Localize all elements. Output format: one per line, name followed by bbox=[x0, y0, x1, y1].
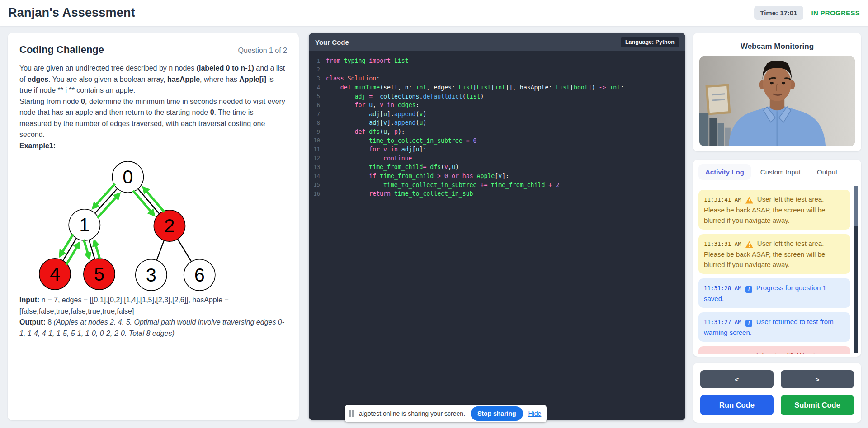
code-editor-panel: Your Code Language: Python 1from typing … bbox=[309, 33, 685, 420]
code-line: 11 for v in adj[u]: bbox=[313, 145, 685, 154]
code-editor[interactable]: 1from typing import List23class Solution… bbox=[309, 51, 685, 198]
code-line: 8 adj[v].append(u) bbox=[313, 118, 685, 127]
info-icon: i bbox=[745, 320, 752, 327]
code-line: 2 bbox=[313, 66, 685, 75]
timer-badge: Time: 17:01 bbox=[754, 6, 803, 20]
example-label: Example1: bbox=[19, 141, 287, 152]
scrollbar[interactable] bbox=[854, 186, 858, 353]
editor-header: Your Code Language: Python bbox=[309, 33, 685, 51]
log-entry-info: 11:31:28 AMiProgress for question 1 save… bbox=[698, 278, 850, 308]
log-entry-alert: 11:31:10 AM!Infraction #2. Warning scree… bbox=[698, 346, 850, 354]
scrollbar-thumb[interactable] bbox=[854, 186, 858, 226]
hide-share-bar-link[interactable]: Hide bbox=[528, 410, 542, 417]
tab-output[interactable]: Output bbox=[810, 164, 844, 180]
code-line: 13 time_from_child= dfs(v,u) bbox=[313, 163, 685, 172]
language-badge: Language: Python bbox=[621, 37, 679, 47]
code-line: 4 def minTime(self, n: int, edges: List[… bbox=[313, 83, 685, 92]
svg-text:4: 4 bbox=[50, 263, 60, 285]
code-line: 14 if time_from_child > 0 or has Apple[v… bbox=[313, 172, 685, 181]
topbar: Ranjan's Assessment Time: 17:01 IN PROGR… bbox=[0, 0, 868, 26]
warning-icon: ! bbox=[745, 197, 753, 204]
webcam-portrait bbox=[699, 56, 855, 146]
controls-panel: < > Run Code Submit Code bbox=[693, 363, 861, 423]
challenge-panel: Coding Challenge Question 1 of 2 You are… bbox=[8, 33, 299, 420]
siren-icon: ! bbox=[745, 354, 752, 354]
stop-sharing-button[interactable]: Stop sharing bbox=[471, 406, 523, 421]
code-line: 1from typing import List bbox=[313, 56, 685, 66]
code-line: 5 adj = collections.defaultdict(list) bbox=[313, 92, 685, 101]
code-line: 12 continue bbox=[313, 154, 685, 163]
tab-custom-input[interactable]: Custom Input bbox=[754, 164, 807, 180]
next-question-button[interactable]: > bbox=[781, 370, 854, 388]
svg-text:6: 6 bbox=[194, 264, 205, 286]
code-line: 7 adj[u].append(v) bbox=[313, 110, 685, 119]
drag-handle-icon[interactable] bbox=[349, 410, 354, 417]
svg-text:1: 1 bbox=[79, 214, 90, 235]
editor-title: Your Code bbox=[315, 38, 349, 46]
question-counter: Question 1 of 2 bbox=[238, 47, 287, 55]
challenge-header: Coding Challenge Question 1 of 2 bbox=[19, 44, 287, 56]
challenge-description-line-1: You are given an undirected tree describ… bbox=[19, 63, 287, 96]
svg-text:5: 5 bbox=[94, 263, 104, 285]
tab-activity-log[interactable]: Activity Log bbox=[698, 164, 751, 180]
log-entry-warning: 11:31:31 AM!User left the test area. Ple… bbox=[698, 234, 850, 274]
log-entry-warning: 11:31:41 AM!User left the test area. Ple… bbox=[698, 190, 850, 230]
tree-diagram: 0124536 bbox=[25, 155, 217, 292]
webcam-title: Webcam Monitoring bbox=[699, 42, 855, 51]
code-line: 6 for u, v in edges: bbox=[313, 101, 685, 110]
warning-icon: ! bbox=[745, 241, 753, 248]
code-line: 3class Solution: bbox=[313, 74, 685, 83]
info-icon: i bbox=[745, 286, 752, 293]
webcam-feed bbox=[699, 56, 855, 146]
tree-diagram-wrapper: 0124536 bbox=[25, 155, 287, 292]
code-line: 10 time_to_collect_in_subtree = 0 bbox=[313, 136, 685, 145]
run-code-button[interactable]: Run Code bbox=[700, 395, 774, 415]
activity-panel: Activity Log Custom Input Output 11:31:4… bbox=[693, 160, 861, 357]
example-output: Output: 8 (Apples at nodes 2, 4, 5. Opti… bbox=[19, 317, 287, 339]
webcam-panel: Webcam Monitoring bbox=[693, 33, 861, 151]
svg-text:2: 2 bbox=[164, 215, 175, 236]
share-message: algotest.online is sharing your screen. bbox=[359, 410, 465, 417]
submit-code-button[interactable]: Submit Code bbox=[781, 395, 854, 415]
assessment-page: { "header": { "title": "Ranjan's Assessm… bbox=[0, 0, 868, 428]
svg-text:0: 0 bbox=[123, 166, 133, 188]
challenge-description-line-2: Starting from node 0, determine the mini… bbox=[19, 96, 287, 141]
page-title: Ranjan's Assessment bbox=[8, 6, 135, 20]
code-line: 9 def dfs(u, p): bbox=[313, 127, 685, 136]
right-column: Webcam Monitoring bbox=[693, 33, 861, 423]
example-input: Input: n = 7, edges = [[0,1],[0,2],[1,4]… bbox=[19, 295, 287, 317]
screen-share-bar: algotest.online is sharing your screen. … bbox=[345, 405, 547, 422]
svg-text:3: 3 bbox=[146, 264, 156, 286]
activity-log-list: 11:31:41 AM!User left the test area. Ple… bbox=[693, 184, 861, 354]
code-line: 15 time_to_collect_in_subtree += time_fr… bbox=[313, 180, 685, 189]
log-entry-info: 11:31:27 AMiUser returned to test from w… bbox=[698, 312, 850, 342]
tabs-bar: Activity Log Custom Input Output bbox=[693, 160, 861, 184]
challenge-title: Coding Challenge bbox=[19, 44, 104, 56]
previous-question-button[interactable]: < bbox=[700, 370, 774, 388]
status-badge: IN PROGRESS bbox=[811, 9, 860, 17]
code-line: 16 return time_to_collect_in_sub bbox=[313, 189, 685, 198]
